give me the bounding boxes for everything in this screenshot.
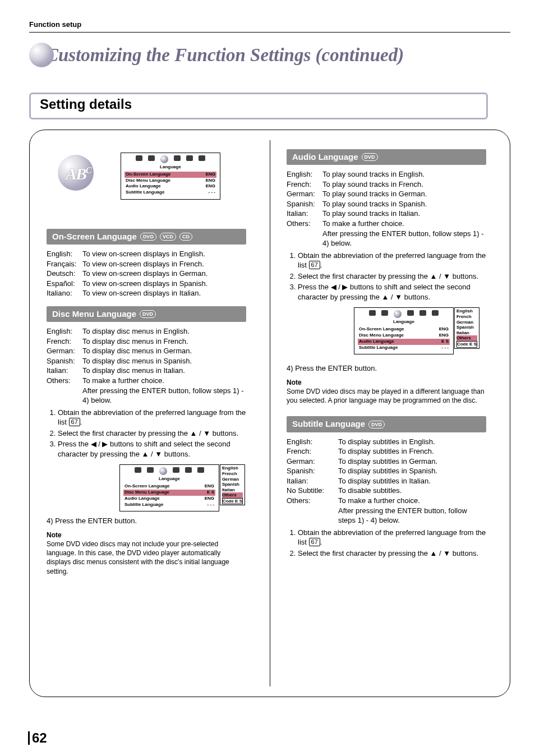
disc-note: Some DVD video discs may not include you…: [47, 540, 246, 576]
subtitle-steps: Obtain the abbreviation of the preferred…: [287, 528, 486, 559]
heading-text: Audio Language: [292, 151, 358, 163]
subtitle-language-heading: Subtitle Language DVD: [287, 416, 486, 432]
divider: [29, 32, 510, 33]
dvd-tag-icon: DVD: [362, 153, 378, 161]
title-orb-icon: [29, 43, 54, 67]
language-popup: English French German Spanish Italian Ot…: [454, 307, 479, 348]
page-number: 62: [28, 730, 47, 746]
cd-tag-icon: CD: [179, 233, 192, 241]
on-screen-language-list: English:To view on-screen displays in En…: [47, 249, 246, 298]
abc-logo-icon: ABC: [58, 150, 98, 191]
page: Function setup Customizing the Function …: [0, 0, 535, 756]
page-reference: 67: [69, 418, 80, 426]
left-column: ABC Language On-Screen Language: [30, 141, 256, 685]
page-number-bar-icon: [28, 731, 30, 745]
menu-icon: [186, 155, 193, 161]
audio-step4: 4) Press the ENTER button.: [287, 363, 486, 374]
heading-text: Subtitle Language: [292, 418, 365, 430]
mini-row: Subtitle Language- - -: [124, 190, 216, 196]
mini-screen-initial: Language On-Screen LanguageENG Disc Menu…: [121, 153, 220, 200]
intro-row: ABC Language On-Screen Language: [47, 141, 246, 206]
audio-language-list: English:To play sound tracks in English.…: [287, 169, 486, 248]
setting-details-box: Setting details: [29, 93, 488, 119]
mini-screen-audio: Language On-Screen LanguageENG Disc Menu…: [354, 307, 454, 354]
menu-icon: [148, 155, 155, 161]
disc-menu-language-heading: Disc Menu Language DVD: [47, 306, 246, 322]
audio-note: Some DVD video discs may be played in a …: [287, 387, 486, 405]
mini-row: On-Screen LanguageENG: [124, 172, 216, 178]
mini-row: Disc Menu LanguageENG: [124, 178, 216, 184]
language-popup: English French German Spanish Italian Ot…: [220, 464, 245, 505]
note-label: Note: [287, 378, 486, 387]
heading-text: On-Screen Language: [52, 231, 137, 242]
menu-icon: [136, 155, 142, 161]
note-label: Note: [47, 531, 246, 540]
on-screen-language-heading: On-Screen Language DVD VCD CD: [47, 229, 246, 245]
audio-language-heading: Audio Language DVD: [287, 149, 486, 165]
page-title-wrap: Customizing the Function Settings (conti…: [29, 43, 510, 66]
setting-details-heading: Setting details: [40, 96, 477, 112]
subtitle-language-list: English:To display subtitles in English.…: [287, 437, 486, 525]
vcd-tag-icon: VCD: [160, 233, 176, 241]
mini-row: Audio LanguageENG: [124, 183, 216, 190]
disc-step4: 4) Press the ENTER button.: [47, 516, 246, 526]
audio-steps: Obtain the abbreviation of the preferred…: [287, 251, 486, 302]
page-reference: 67: [309, 538, 320, 546]
disc-menu-language-list: English:To display disc menus in English…: [47, 326, 246, 405]
disc-menu-steps: Obtain the abbreviation of the preferred…: [47, 408, 246, 459]
mini-screen-disc: Language On-Screen LanguageENG Disc Menu…: [119, 464, 219, 511]
mini-title: Language: [124, 164, 216, 170]
dvd-tag-icon: DVD: [140, 233, 156, 241]
heading-text: Disc Menu Language: [52, 308, 136, 320]
right-column: Audio Language DVD English:To play sound…: [270, 141, 496, 685]
page-reference: 67: [309, 261, 320, 269]
menu-icon: [174, 155, 181, 161]
section-kicker: Function setup: [29, 20, 510, 29]
menu-icon-selected: [160, 155, 168, 163]
content-columns: ABC Language On-Screen Language: [29, 130, 510, 697]
page-title: Customizing the Function Settings (conti…: [29, 43, 510, 66]
dvd-tag-icon: DVD: [368, 421, 385, 428]
dvd-tag-icon: DVD: [140, 310, 156, 318]
menu-icon: [199, 155, 205, 161]
